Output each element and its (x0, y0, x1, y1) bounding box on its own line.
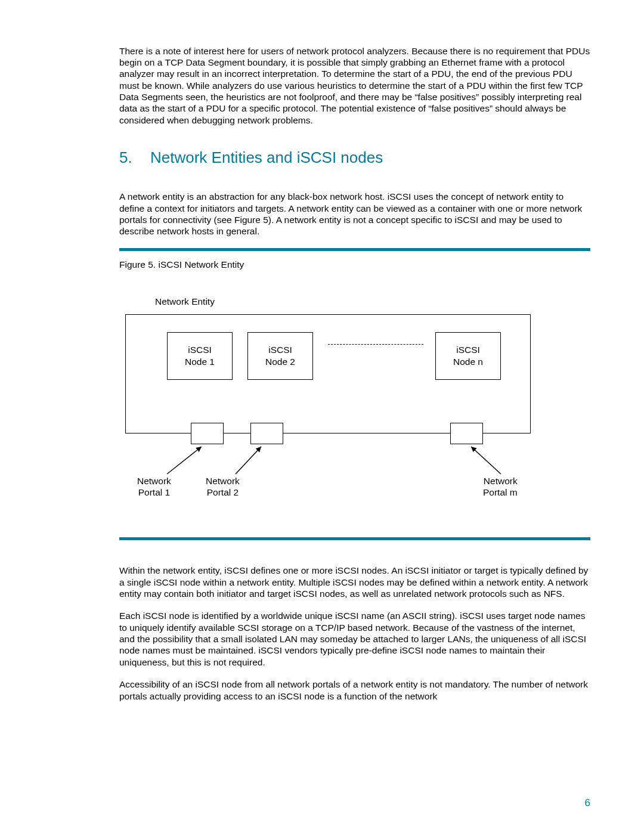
document-page: There is a note of interest here for use… (0, 0, 644, 833)
paragraph-intro: There is a note of interest here for use… (119, 45, 590, 126)
paragraph-each: Each iSCSI node is identified by a world… (119, 610, 590, 668)
page-number: 6 (585, 797, 590, 809)
portal-1-line-2: Portal 1 (138, 487, 170, 497)
portal-m-line-2: Portal m (483, 487, 518, 497)
svg-line-2 (471, 447, 501, 474)
figure-caption: Figure 5. iSCSI Network Entity (119, 259, 590, 270)
paragraph-entity: A network entity is an abstraction for a… (119, 191, 590, 237)
portal-2-line-1: Network (206, 476, 240, 486)
svg-line-0 (167, 447, 202, 474)
paragraph-within: Within the network entity, iSCSI defines… (119, 565, 590, 599)
heading-title: Network Entities and iSCSI nodes (150, 148, 383, 166)
portal-2-line-2: Portal 2 (207, 487, 239, 497)
portal-1-line-1: Network (137, 476, 171, 486)
portal-m-line-1: Network (484, 476, 518, 486)
heading-number: 5. (119, 148, 150, 167)
section-heading: 5.Network Entities and iSCSI nodes (119, 148, 590, 167)
network-portal-m-label: Network Portal m (483, 475, 518, 498)
network-portal-2-label: Network Portal 2 (206, 475, 240, 498)
figure-diagram: Network Entity iSCSI Node 1 iSCSI Node 2… (119, 284, 537, 523)
network-portal-1-label: Network Portal 1 (137, 475, 171, 498)
svg-line-1 (236, 447, 261, 474)
paragraph-access: Accessibility of an iSCSI node from all … (119, 679, 590, 702)
figure-top-rule (119, 248, 590, 251)
arrows-svg (119, 284, 537, 523)
